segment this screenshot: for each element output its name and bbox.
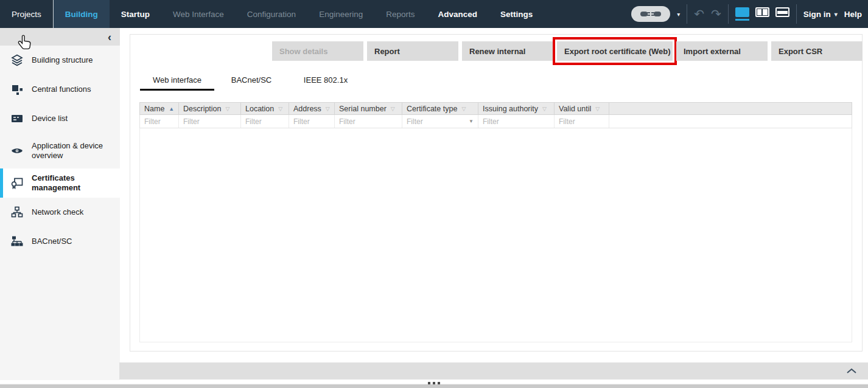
sort-none-icon: ▽ (391, 106, 395, 112)
show-details-button: Show details (272, 41, 363, 61)
main-content: Show details Report Renew internal Expor… (120, 28, 868, 380)
filter-input-serial-number[interactable] (339, 117, 397, 126)
sidebar-item-central-functions[interactable]: Central functions (0, 75, 120, 104)
column-label: Description (183, 105, 222, 113)
network-icon (10, 206, 24, 219)
certificate-tabs: Web interface BACnet/SC IEEE 802.1x (140, 75, 363, 91)
filter-cell-serial-number (335, 115, 402, 128)
sidebar-header: ‹ (0, 28, 120, 46)
column-header-valid-until[interactable]: Valid until ▽ (555, 103, 609, 114)
splitter-grip-icon (428, 382, 440, 384)
nav-item-reports: Reports (374, 0, 426, 28)
nav-item-building[interactable]: Building (54, 0, 110, 28)
table-filter-row: ▼ (139, 115, 852, 128)
column-label: Serial number (339, 105, 387, 113)
expand-up-icon[interactable] (846, 368, 857, 374)
sort-asc-icon: ▲ (169, 106, 174, 112)
sidebar-item-bacnet-sc[interactable]: BACnet/SC (0, 227, 120, 256)
sidebar: ‹ Building structure Central functions (0, 28, 120, 380)
sort-none-icon: ▽ (595, 106, 600, 112)
tab-ieee-8021x[interactable]: IEEE 802.1x (289, 75, 363, 91)
sidebar-item-certificates-management[interactable]: Certificates management (0, 168, 120, 198)
filter-input-address[interactable] (293, 117, 330, 126)
layout-split-vertical-icon[interactable] (755, 7, 769, 21)
nav-item-advanced[interactable]: Advanced (426, 0, 489, 28)
help-button[interactable]: Help (844, 10, 862, 19)
device-list-icon (10, 112, 24, 125)
toolbar-separator (796, 4, 797, 24)
filter-cell-valid-until (555, 115, 609, 128)
sidebar-item-label: Central functions (32, 85, 91, 94)
filter-input-issuing-authority[interactable] (483, 117, 550, 126)
eye-icon (10, 144, 24, 158)
certificates-table: Name ▲ Description ▽ Location ▽ Address … (139, 102, 852, 342)
sidebar-item-label: Device list (32, 114, 68, 123)
sign-in-button[interactable]: Sign in ▾ (803, 10, 838, 19)
filter-input-valid-until[interactable] (559, 117, 604, 126)
layout-split-horizontal-icon[interactable] (775, 7, 789, 21)
blocks-icon (10, 83, 24, 96)
filter-cell-name (140, 115, 179, 128)
filter-input-location[interactable] (245, 117, 284, 126)
redo-icon: ↷ (711, 8, 721, 20)
column-header-filler (609, 103, 852, 114)
sidebar-item-building-structure[interactable]: Building structure (0, 46, 120, 75)
sort-none-icon: ▽ (326, 106, 330, 112)
column-header-certificate-type[interactable]: Certificate type ▽ (402, 103, 478, 114)
sidebar-item-application-device-overview[interactable]: Application & device overview (0, 133, 120, 168)
filter-input-description[interactable] (183, 117, 236, 126)
bacnet-sc-icon (10, 235, 24, 248)
column-header-location[interactable]: Location ▽ (241, 103, 289, 114)
nav-item-projects[interactable]: Projects (0, 0, 53, 28)
column-label: Address (293, 105, 321, 113)
filter-cell-description (179, 115, 241, 128)
column-header-name[interactable]: Name ▲ (140, 103, 179, 114)
export-root-certificate-web-button[interactable]: Export root certificate (Web) (557, 41, 673, 61)
column-label: Certificate type (407, 105, 457, 113)
nav-item-web-interface: Web Interface (161, 0, 236, 28)
sidebar-collapse-icon[interactable]: ‹ (108, 32, 111, 43)
import-external-button[interactable]: Import external (676, 41, 768, 61)
toolbar-separator (687, 4, 687, 24)
column-header-description[interactable]: Description ▽ (179, 103, 241, 114)
sidebar-item-label: BACnet/SC (32, 237, 72, 246)
column-header-address[interactable]: Address ▽ (289, 103, 335, 114)
column-label: Issuing authority (483, 105, 538, 113)
filter-input-certificate-type[interactable] (407, 117, 466, 126)
nav-item-startup[interactable]: Startup (110, 0, 161, 28)
tab-web-interface[interactable]: Web interface (140, 75, 214, 91)
sidebar-item-network-check[interactable]: Network check (0, 198, 120, 227)
connection-dropdown-caret-icon[interactable]: ▾ (677, 11, 680, 18)
sort-none-icon: ▽ (226, 106, 230, 112)
nav-item-settings[interactable]: Settings (489, 0, 544, 28)
filter-cell-certificate-type: ▼ (402, 115, 478, 128)
sidebar-item-label: Application & device overview (32, 141, 108, 161)
sidebar-item-label: Certificates management (32, 173, 108, 193)
bottom-panel-bar (119, 362, 868, 379)
undo-icon: ↶ (694, 8, 704, 20)
column-label: Valid until (559, 105, 591, 113)
certificates-toolbar: Show details Report Renew internal Expor… (272, 41, 863, 61)
top-right-controls: ▾ ↶ ↷ Sign in ▾ Help (631, 0, 868, 28)
filter-cell-filler (609, 115, 852, 128)
export-csr-button[interactable]: Export CSR (771, 41, 863, 61)
filter-cell-location (241, 115, 289, 128)
column-label: Name (144, 105, 164, 113)
filter-input-name[interactable] (144, 117, 174, 126)
plug-connection-icon (639, 9, 662, 19)
connection-toggle[interactable] (631, 6, 670, 22)
sort-none-icon: ▽ (542, 106, 547, 112)
filter-dropdown-caret-icon[interactable]: ▼ (469, 119, 474, 124)
report-button[interactable]: Report (367, 41, 458, 61)
column-header-issuing-authority[interactable]: Issuing authority ▽ (478, 103, 555, 114)
sort-none-icon: ▽ (278, 106, 282, 112)
horizontal-splitter[interactable] (0, 383, 868, 388)
tab-bacnet-sc[interactable]: BACnet/SC (214, 75, 289, 91)
column-header-serial-number[interactable]: Serial number ▽ (335, 103, 402, 114)
renew-internal-button[interactable]: Renew internal (462, 41, 553, 61)
main-menu: Projects Building Startup Web Interface … (0, 0, 544, 28)
sidebar-item-label: Network check (32, 207, 83, 217)
sidebar-item-device-list[interactable]: Device list (0, 104, 120, 133)
column-label: Location (245, 105, 274, 113)
layout-single-pane-icon[interactable] (735, 7, 749, 21)
